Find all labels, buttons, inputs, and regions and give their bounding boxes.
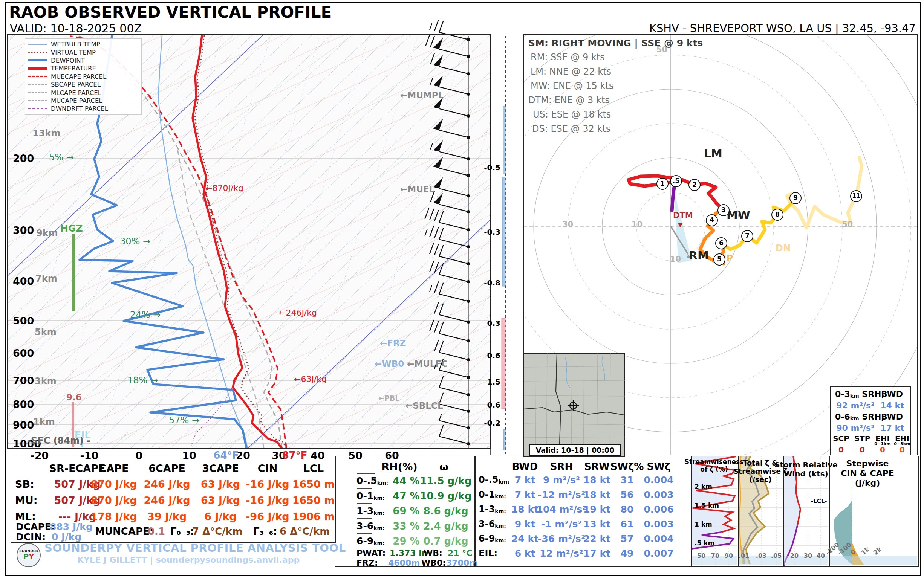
thermo-cell: 63 J/kg — [201, 478, 240, 490]
cape-annotation: ←246J/kg — [279, 308, 317, 318]
hgz-bar — [72, 234, 75, 311]
moisture-header-w: ω — [439, 461, 448, 473]
dcape-label: DCAPE: — [16, 521, 55, 532]
omega-value: -0.3 — [478, 227, 501, 237]
omega-value: -0.2 — [478, 418, 501, 427]
thermo-header: SR-ECAPE — [49, 463, 105, 474]
p2-xtick: .05 — [771, 552, 782, 559]
kin-cell: 0.004 — [644, 533, 674, 544]
wb0-label: ←WB0 — [375, 359, 404, 369]
sblcl-label: ←SBLCL — [405, 401, 443, 411]
omega-value: 0.6 — [478, 400, 501, 409]
skewt-legend: WETBULB TEMP VIRTUAL TEMP DEWPOINT TEMPE… — [25, 39, 142, 115]
legend-item: WETBULB TEMP — [25, 40, 141, 48]
thermo-cell: 246 J/kg — [144, 495, 190, 506]
kin-cell: 0.003 — [644, 489, 674, 500]
srh-value: 90 m²/s² — [836, 423, 875, 433]
kin-row-label: 0-1km: — [478, 489, 506, 500]
lm-label: LM — [704, 147, 722, 160]
rh-value: 29 % — [393, 535, 419, 547]
frz-row-label: FRZ: — [357, 558, 378, 567]
omega-bar-negative — [502, 177, 505, 286]
kin-cell: 18 kt — [511, 504, 538, 515]
storm-motion: RM: SSE @ 9 kts — [531, 52, 605, 63]
gamma36-value: 6 Δ°C/km — [279, 526, 330, 537]
p2-title3: (/sec) — [749, 475, 772, 484]
p4-title2: CIN & CAPE — [841, 469, 894, 478]
kin-header: BWD — [512, 461, 538, 472]
dn-label: DN — [775, 243, 791, 253]
moisture-row-label: 0-1km: — [357, 490, 385, 501]
legend-item: MLCAPE PARCEL — [25, 89, 141, 97]
w-value: 8.6 g/kg — [423, 505, 468, 517]
kin-cell: 0.007 — [644, 548, 674, 559]
p1-title2: of ζ (%) — [700, 466, 728, 473]
srh-value: 92 m²/s² — [836, 401, 875, 410]
rh-value: 33 % — [393, 521, 419, 532]
mlcape-line-icon — [28, 92, 47, 93]
thermo-cell: 246 J/kg — [144, 478, 190, 490]
ring-label: 50 — [842, 220, 853, 229]
storm-motion: DTM: ENE @ 3 kts — [528, 95, 610, 105]
ring-label: 30 — [562, 220, 573, 229]
kin-cell: 0.004 — [644, 475, 674, 485]
pressure-tick: 900 — [13, 419, 34, 431]
p1-ytick: 1.5 km — [695, 502, 719, 509]
kin-cell: 12 m²/s² — [540, 548, 583, 559]
kin-header: SRW — [584, 461, 609, 472]
srh-row-label: 0-6km SRH, — [835, 412, 884, 421]
legend-item: DEWPOINT — [25, 56, 141, 64]
p1-ytick: .5 km — [695, 539, 714, 547]
moisture-header-rh: RH(%) — [381, 461, 417, 473]
thermo-cell: 870 J/kg — [91, 495, 137, 506]
thermo-cell: 870 J/kg — [91, 478, 137, 490]
hodo-point: 7 — [741, 230, 753, 242]
kin-cell: 9 m²/s² — [543, 475, 580, 485]
thermo-header: 6CAPE — [149, 463, 186, 474]
map-valid-label: Valid: 10-18 | 00:00 — [529, 445, 621, 456]
footer-title: SOUNDERPY VERTICAL PROFILE ANALYSIS TOOL — [44, 542, 346, 554]
rm-label: RM — [689, 249, 709, 262]
omega-strip — [491, 35, 524, 455]
dcape-value: 883 J/kg — [50, 521, 93, 532]
eil-label: EIL — [74, 429, 90, 440]
rh-value: 44 % — [393, 475, 419, 487]
kin-row-label: 3-6km: — [478, 519, 506, 529]
index-label: SCP — [833, 434, 850, 443]
pressure-tick: 300 — [13, 224, 34, 236]
rh-value: 69 % — [393, 505, 419, 517]
p3-title2: Wind (kts) — [784, 469, 828, 478]
gamma03-value: 7 Δ°C/km — [192, 526, 242, 537]
p1-ytick: 2 km — [695, 483, 712, 490]
legend-item: TEMPERATURE — [25, 64, 141, 72]
kin-cell: 19 kt — [583, 504, 611, 515]
p2-xtick: .03 — [756, 552, 766, 559]
thermo-row-label: MU: — [15, 495, 38, 506]
hodo-point: 8 — [771, 209, 783, 221]
dtm-label: DTM — [673, 211, 693, 220]
kin-header: SWζ — [647, 461, 671, 472]
pressure-tick: 400 — [13, 275, 34, 287]
height-label: 1km — [33, 417, 55, 427]
wb0-row-label: WB0: — [421, 558, 446, 567]
dcin-label: DCIN: — [16, 532, 45, 542]
height-label: 5km — [35, 327, 57, 337]
kin-cell: 9 kt — [515, 519, 535, 530]
bwd-value: 17 kt — [880, 423, 904, 433]
storm-motion: MW: ENE @ 15 kts — [531, 81, 614, 91]
pbl-label: ←PBL — [378, 394, 399, 402]
index-label: STP — [854, 434, 871, 443]
kin-row-label: 6-9km: — [478, 533, 506, 544]
dcin-value: 0 J/kg — [52, 532, 81, 542]
kin-cell: 80 — [621, 504, 634, 515]
ring-label: 10 — [632, 220, 643, 229]
p3-title: Storm Relative — [774, 460, 838, 469]
p1-title: Streamwiseness — [685, 458, 744, 466]
height-label: 7km — [36, 274, 57, 284]
hodo-point: 3 — [717, 204, 730, 216]
thermo-cell: -96 J/kg — [246, 511, 289, 522]
kin-cell: -1 m²/s² — [541, 519, 582, 530]
frz-value: 4600m — [388, 558, 420, 567]
kin-cell: 57 — [621, 533, 634, 544]
hodo-point: 2 — [688, 179, 701, 191]
